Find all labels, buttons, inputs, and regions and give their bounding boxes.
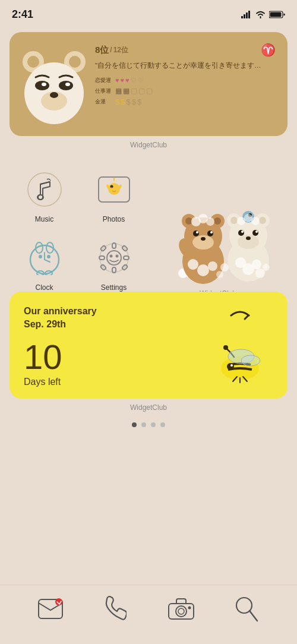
svg-point-98: [176, 606, 187, 617]
svg-point-35: [210, 231, 213, 233]
money-icons: $ $ $ $ $: [115, 97, 141, 106]
svg-point-42: [197, 264, 209, 276]
svg-point-91: [230, 364, 233, 367]
svg-point-90: [227, 363, 234, 370]
app-grid: Music Photos: [0, 155, 297, 292]
svg-point-49: [259, 217, 266, 224]
svg-point-87: [115, 254, 118, 257]
music-icon: [22, 167, 67, 211]
dock: [0, 585, 297, 644]
svg-rect-1: [244, 14, 245, 18]
battery-icon: [269, 11, 285, 18]
bee-illustration: [210, 340, 270, 387]
status-time: 2:41: [12, 8, 33, 21]
mail-dock-item[interactable]: [36, 594, 65, 624]
svg-point-71: [39, 255, 42, 258]
svg-point-58: [237, 217, 245, 225]
money-label: 金運: [95, 98, 112, 106]
svg-point-13: [42, 83, 46, 86]
work-label: 仕事運: [95, 87, 112, 95]
svg-point-63: [252, 260, 261, 269]
svg-point-86: [109, 254, 112, 257]
svg-line-102: [249, 611, 257, 621]
horoscope-stats: 恋愛運 ♥ ♥ ♥ ♡ ♡ 仕事運 ▦ ▦ ▢ ▢ ▢: [95, 77, 276, 106]
svg-point-11: [35, 81, 49, 90]
dot-4[interactable]: [160, 422, 165, 427]
status-icons: [241, 11, 285, 18]
search-icon: [235, 596, 258, 622]
svg-point-30: [214, 217, 221, 225]
work-stat-row: 仕事運 ▦ ▦ ▢ ▢ ▢: [95, 87, 276, 95]
svg-point-48: [230, 217, 238, 224]
phone-dock-item[interactable]: [101, 594, 131, 624]
music-app[interactable]: Music: [10, 161, 79, 229]
svg-point-17: [28, 173, 61, 206]
clock-app[interactable]: Clock: [10, 229, 79, 298]
clock-icon: [22, 235, 67, 280]
horoscope-content: 8位 / 12位 ♈ "自分を信じて行動することが幸運を引き寄せます… 恋愛運 …: [95, 43, 276, 125]
total-text: 12位: [113, 45, 261, 55]
heart-checkmark: [228, 308, 252, 329]
svg-line-74: [45, 260, 50, 262]
anniversary-widget[interactable]: Our anniversary Sep. 29th 10 Days left: [10, 292, 287, 399]
svg-point-53: [241, 231, 244, 233]
camera-dock-item[interactable]: [166, 594, 196, 624]
rilakkuma-illustration: [160, 184, 276, 288]
svg-point-9: [69, 56, 81, 68]
love-stat-row: 恋愛運 ♥ ♥ ♥ ♡ ♡: [95, 77, 276, 84]
rilakkuma-widget[interactable]: WidgetClub: [148, 161, 287, 298]
phone-icon: [105, 595, 127, 623]
wifi-icon: [255, 11, 266, 18]
anniversary-widget-label: WidgetClub: [0, 403, 297, 412]
search-dock-item[interactable]: [232, 594, 261, 624]
camera-icon: [168, 598, 195, 620]
svg-point-65: [216, 271, 223, 278]
dot-3[interactable]: [151, 422, 156, 427]
photos-icon: [91, 167, 136, 211]
clock-label: Clock: [35, 283, 53, 292]
svg-point-8: [27, 56, 39, 68]
svg-rect-0: [241, 16, 243, 18]
svg-point-32: [193, 231, 199, 236]
horoscope-quote: "自分を信じて行動することが幸運を引き寄せます…: [95, 61, 276, 71]
svg-rect-2: [246, 12, 248, 18]
svg-point-41: [188, 259, 198, 270]
svg-point-64: [220, 263, 229, 272]
svg-point-34: [196, 231, 198, 233]
music-label: Music: [35, 215, 53, 223]
signal-icon: [241, 11, 252, 18]
dot-1[interactable]: [132, 422, 137, 427]
svg-point-54: [255, 231, 258, 233]
svg-point-16: [50, 92, 58, 98]
settings-icon: [91, 235, 136, 280]
svg-rect-3: [248, 11, 250, 18]
love-label: 恋愛運: [95, 77, 112, 84]
svg-point-59: [244, 214, 252, 222]
svg-point-66: [255, 269, 265, 278]
horoscope-widget-label: WidgetClub: [0, 141, 297, 149]
settings-app[interactable]: Settings: [79, 229, 148, 298]
svg-point-77: [107, 251, 121, 265]
svg-point-60: [251, 217, 260, 225]
svg-point-14: [65, 83, 70, 86]
zodiac-sign: ♈: [261, 43, 276, 57]
photos-label: Photos: [103, 215, 125, 223]
work-icons: ▦ ▦ ▢ ▢ ▢: [115, 87, 153, 95]
photos-app[interactable]: Photos: [79, 161, 148, 229]
dot-2[interactable]: [141, 422, 146, 427]
svg-point-100: [188, 606, 191, 609]
bear-face: [21, 43, 87, 125]
status-bar: 2:41: [0, 0, 297, 26]
svg-point-67: [263, 264, 270, 271]
settings-label: Settings: [101, 283, 127, 292]
horoscope-widget[interactable]: 8位 / 12位 ♈ "自分を信じて行動することが幸運を引き寄せます… 恋愛運 …: [10, 32, 287, 136]
mail-icon: [37, 598, 64, 620]
love-icons: ♥ ♥ ♥ ♡ ♡: [115, 77, 144, 84]
svg-point-51: [238, 230, 244, 236]
svg-point-94: [241, 355, 260, 366]
rank-text: 8位: [95, 45, 109, 56]
svg-point-92: [223, 345, 228, 350]
svg-point-40: [206, 217, 214, 226]
svg-point-43: [208, 261, 217, 271]
svg-point-52: [252, 230, 258, 236]
